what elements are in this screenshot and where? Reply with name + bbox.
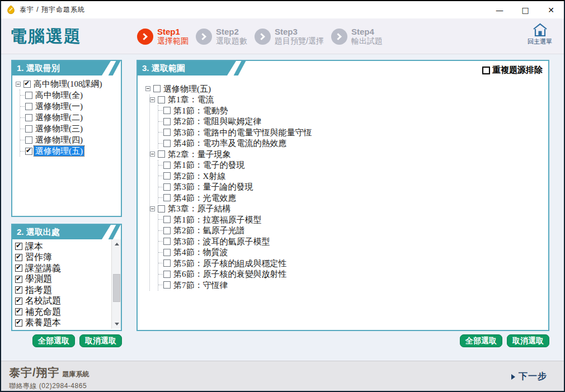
checkbox[interactable] <box>163 216 171 223</box>
tree-item-label[interactable]: 高中物理(全) <box>34 90 84 100</box>
checkbox[interactable] <box>158 205 165 212</box>
tree-item-label[interactable]: 第2節：電阻與歐姆定律 <box>172 116 263 126</box>
deselect-all-sources-button[interactable]: 取消選取 <box>79 334 122 347</box>
source-item-label[interactable]: 補充命題 <box>24 307 62 317</box>
tree-item-label[interactable]: 選修物理(五) <box>34 146 84 156</box>
checkbox[interactable] <box>163 183 171 191</box>
tree-item-label[interactable]: 第4節：電功率及電流的熱效應 <box>172 138 288 148</box>
dedupe-option[interactable]: 重複題源排除 <box>482 65 543 75</box>
tree-item[interactable]: 第2章：量子現象 <box>150 149 546 160</box>
source-item-label[interactable]: 習作簿 <box>24 252 53 262</box>
tree-item[interactable]: 高中物理(108課綱) <box>16 78 119 89</box>
tree-item[interactable]: 第5節：原子核的組成與穩定性 <box>158 258 546 269</box>
checkbox[interactable] <box>25 103 32 110</box>
next-step-button[interactable]: 下一步 <box>511 371 547 382</box>
checkbox[interactable] <box>15 243 22 250</box>
source-item[interactable]: 素養題本 <box>15 318 121 329</box>
checkbox[interactable] <box>25 125 32 133</box>
checkbox[interactable] <box>163 162 171 169</box>
checkbox[interactable] <box>163 259 171 267</box>
checkbox[interactable] <box>163 140 171 147</box>
checkbox[interactable] <box>25 114 32 121</box>
source-item[interactable]: 學測題 <box>15 274 121 285</box>
tree-item[interactable]: 第1節：拉塞福原子模型 <box>158 214 546 225</box>
scroll-thumb[interactable] <box>113 274 120 302</box>
tree-item-label[interactable]: 第2節：X射線 <box>172 171 227 181</box>
source-item[interactable]: 補充命題 <box>15 306 121 318</box>
source-item[interactable]: 名校試題 <box>15 296 121 307</box>
checkbox[interactable] <box>15 265 22 272</box>
checkbox[interactable] <box>163 194 171 201</box>
checkbox[interactable] <box>15 254 22 261</box>
source-item-label[interactable]: 學測題 <box>24 274 53 284</box>
tree-item[interactable]: 高中物理(全) <box>20 89 119 101</box>
tree-item[interactable]: 選修物理(五) <box>145 83 546 95</box>
source-item-label[interactable]: 名校試題 <box>24 296 62 306</box>
deselect-all-range-button[interactable]: 取消選取 <box>507 334 549 347</box>
tree-item[interactable]: 第4節：電功率及電流的熱效應 <box>158 138 546 149</box>
tree-item-label[interactable]: 選修物理(四) <box>34 135 84 145</box>
scroll-up-icon[interactable] <box>112 239 121 249</box>
tree-item-label[interactable]: 第3節：波耳的氫原子模型 <box>172 237 271 247</box>
scrollbar[interactable] <box>111 239 121 329</box>
tree-item[interactable]: 第6節：原子核的衰變與放射性 <box>158 269 546 280</box>
tree-item[interactable]: 第4節：光電效應 <box>158 192 546 204</box>
tree-item[interactable]: 第7節：守恆律 <box>158 280 546 291</box>
checkbox[interactable] <box>163 172 171 180</box>
tree-item-label[interactable]: 第2章：量子現象 <box>167 149 232 159</box>
tree-item-label[interactable]: 第7節：守恆律 <box>172 280 229 290</box>
tree-item-label[interactable]: 第5節：原子核的組成與穩定性 <box>172 258 288 268</box>
tree-item-label[interactable]: 第2節：氫原子光譜 <box>172 225 246 235</box>
checkbox[interactable] <box>15 297 22 305</box>
tree-item[interactable]: 第1節：電動勢 <box>158 105 546 116</box>
checkbox[interactable] <box>15 276 22 283</box>
source-item-label[interactable]: 素養題本 <box>24 318 62 328</box>
tree-item[interactable]: 選修物理(二) <box>20 112 119 123</box>
checkbox[interactable] <box>15 286 22 294</box>
checkbox[interactable] <box>163 238 171 245</box>
dedupe-label[interactable]: 重複題源排除 <box>492 65 543 75</box>
checkbox[interactable] <box>25 92 32 99</box>
checkbox[interactable] <box>163 107 171 114</box>
tree-item[interactable]: 第1節：電子的發現 <box>158 160 546 171</box>
checkbox[interactable] <box>163 118 171 125</box>
select-all-range-button[interactable]: 全部選取 <box>460 334 502 347</box>
tree-item-label[interactable]: 第1節：拉塞福原子模型 <box>172 215 263 225</box>
checkbox[interactable] <box>23 81 31 88</box>
tree-item-label[interactable]: 選修物理(三) <box>34 124 84 134</box>
tree-item-selected[interactable]: 選修物理(五) <box>20 145 119 157</box>
tree-item-label[interactable]: 第1節：電子的發現 <box>172 160 246 170</box>
collapse-icon[interactable] <box>150 206 155 211</box>
home-button[interactable]: 回主選單 <box>522 23 557 46</box>
collapse-icon[interactable] <box>150 97 155 102</box>
collapse-icon[interactable] <box>145 86 150 91</box>
tree-item[interactable]: 選修物理(四) <box>20 134 119 145</box>
tree-item-label[interactable]: 選修物理(五) <box>162 84 212 94</box>
source-item[interactable]: 指考題 <box>15 285 121 296</box>
source-item[interactable]: 課本 <box>15 241 121 252</box>
source-item-label[interactable]: 課本 <box>24 242 44 252</box>
checkbox[interactable] <box>163 281 171 289</box>
tree-item-label[interactable]: 第1章：電流 <box>167 95 215 105</box>
tree-item-label[interactable]: 高中物理(108課綱) <box>32 79 103 89</box>
checkbox[interactable] <box>163 271 171 278</box>
source-item-label[interactable]: 課堂講義 <box>24 263 62 273</box>
tree-item-label[interactable]: 第3節：量子論的發現 <box>172 182 255 192</box>
tree-item-label[interactable]: 第3節：電路中的電量守恆與能量守恆 <box>172 127 313 138</box>
tree-item[interactable]: 第3節：電路中的電量守恆與能量守恆 <box>158 127 546 138</box>
checkbox[interactable] <box>15 319 22 327</box>
tree-item[interactable]: 第3章：原子結構 <box>150 204 546 215</box>
checkbox[interactable] <box>163 249 171 256</box>
tree-item[interactable]: 選修物理(三) <box>20 123 119 134</box>
tree-item-label[interactable]: 第4節：光電效應 <box>172 193 238 203</box>
tree-item-label[interactable]: 選修物理(二) <box>34 112 84 122</box>
maximize-button[interactable]: □ <box>512 1 538 18</box>
tree-item[interactable]: 第1章：電流 <box>150 95 546 106</box>
checkbox[interactable] <box>15 308 22 315</box>
checkbox[interactable] <box>153 85 161 92</box>
tree-item[interactable]: 第2節：X射線 <box>158 171 546 182</box>
tree-item-label[interactable]: 選修物理(一) <box>34 101 84 111</box>
checkbox[interactable] <box>163 129 171 136</box>
checkbox[interactable] <box>25 136 32 144</box>
tree-item[interactable]: 第2節：氫原子光譜 <box>158 225 546 237</box>
